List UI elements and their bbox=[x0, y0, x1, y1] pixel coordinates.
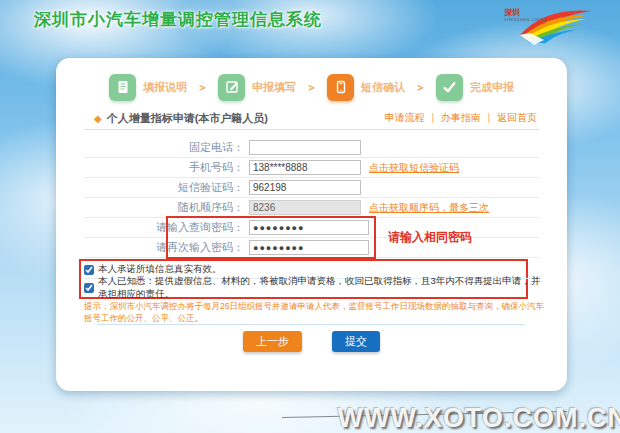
link-application-process[interactable]: 申请流程 bbox=[385, 112, 425, 123]
agreements: 本人承诺所填信息真实有效。 本人已知悉：提供虚假信息、材料的，将被取消申请资格，… bbox=[84, 261, 541, 297]
step-fill-instructions: 填报说明 bbox=[109, 74, 187, 101]
logo-subtext: SHENZHEN·CHINA bbox=[504, 17, 547, 22]
fixed-phone-label: 固定电话： bbox=[84, 140, 244, 155]
submit-button[interactable]: 提交 bbox=[332, 331, 380, 352]
phone-icon bbox=[327, 74, 354, 101]
lottery-notice-text: 提示：深圳市小汽车调控办将于每月26日组织摇号并邀请申请人代表，监督摇号工作日现… bbox=[84, 300, 544, 324]
step-complete: 完成申报 bbox=[436, 74, 514, 101]
form-row-sms-code: 短信验证码： bbox=[84, 178, 539, 198]
previous-step-button[interactable]: 上一步 bbox=[243, 331, 302, 352]
site-title: 深圳市小汽车增量调控管理信息系统 bbox=[34, 8, 322, 31]
sms-code-label: 短信验证码： bbox=[84, 180, 244, 195]
sms-code-input[interactable] bbox=[249, 180, 361, 195]
chevron-right-icon: ＞ bbox=[306, 80, 317, 95]
section-links: 申请流程 | 办事指南 | 返回首页 bbox=[385, 111, 537, 125]
chevron-right-icon: ＞ bbox=[197, 80, 208, 95]
form-row-fixed-phone: 固定电话： bbox=[84, 138, 539, 158]
query-password-input[interactable] bbox=[249, 220, 369, 235]
check-icon bbox=[436, 74, 463, 101]
mobile-input[interactable] bbox=[249, 160, 361, 175]
shenzhen-city-logo: 深圳 SHENZHEN·CHINA bbox=[500, 5, 600, 47]
password-annotation-text: 请输入相同密码 bbox=[388, 229, 472, 246]
chevron-right-icon: ＞ bbox=[415, 80, 426, 95]
step-sms-confirm: 短信确认 bbox=[327, 74, 405, 101]
agreement-text-2: 本人已知悉：提供虚假信息、材料的，将被取消申请资格，收回已取得指标，且3年内不得… bbox=[98, 275, 541, 301]
link-back-home[interactable]: 返回首页 bbox=[497, 112, 537, 123]
fixed-phone-input[interactable] bbox=[249, 140, 361, 155]
form-row-sequence-code: 随机顺序码： 点击获取顺序码，最多三次 bbox=[84, 198, 539, 218]
step-label: 申报填写 bbox=[252, 80, 296, 95]
agreement-row: 本人已知悉：提供虚假信息、材料的，将被取消申请资格，收回已取得指标，且3年内不得… bbox=[84, 279, 541, 297]
agreement-checkbox-2[interactable] bbox=[84, 283, 94, 293]
link-separator: | bbox=[431, 112, 434, 123]
edit-icon bbox=[218, 74, 245, 101]
section-header: ◆ 个人增量指标申请(本市户籍人员) 申请流程 | 办事指南 | 返回首页 bbox=[94, 110, 537, 126]
step-label: 填报说明 bbox=[143, 80, 187, 95]
form-buttons: 上一步 提交 bbox=[56, 331, 567, 352]
diamond-marker-icon: ◆ bbox=[94, 113, 102, 124]
step-label: 短信确认 bbox=[361, 80, 405, 95]
sequence-code-label: 随机顺序码： bbox=[84, 200, 244, 215]
step-progress: 填报说明 ＞ 申报填写 ＞ 短信确认 ＞ 完成申报 bbox=[56, 70, 567, 104]
document-icon bbox=[109, 74, 136, 101]
divider bbox=[84, 129, 539, 130]
mobile-label: 手机号码： bbox=[84, 160, 244, 175]
main-form-card: 填报说明 ＞ 申报填写 ＞ 短信确认 ＞ 完成申报 ◆ 个人增量指标申请(本市户… bbox=[56, 58, 567, 391]
watermark-text: WWW.XOTO.COM.CN bbox=[338, 403, 620, 433]
form-row-mobile: 手机号码： 点击获取短信验证码 bbox=[84, 158, 539, 178]
get-sequence-code-link[interactable]: 点击获取顺序码，最多三次 bbox=[369, 201, 489, 215]
get-sms-code-link[interactable]: 点击获取短信验证码 bbox=[369, 161, 459, 175]
link-separator: | bbox=[488, 112, 491, 123]
step-fill-application: 申报填写 bbox=[218, 74, 296, 101]
agreement-checkbox-1[interactable] bbox=[84, 265, 94, 275]
section-title: 个人增量指标申请(本市户籍人员) bbox=[107, 111, 268, 126]
confirm-password-label: 请再次输入密码： bbox=[84, 240, 244, 255]
divider bbox=[98, 324, 525, 325]
query-password-label: 请输入查询密码： bbox=[84, 220, 244, 235]
sequence-code-input bbox=[249, 200, 361, 215]
step-label: 完成申报 bbox=[470, 80, 514, 95]
link-service-guide[interactable]: 办事指南 bbox=[441, 112, 481, 123]
confirm-password-input[interactable] bbox=[249, 240, 369, 255]
